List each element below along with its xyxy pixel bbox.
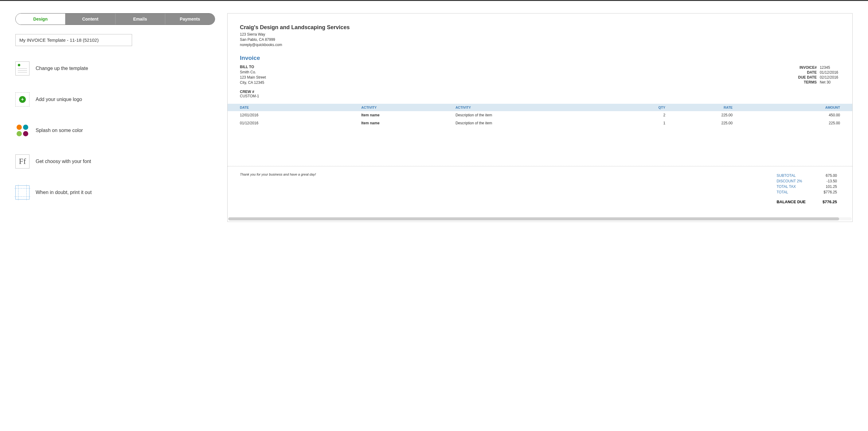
print-layout-icon (16, 186, 30, 200)
meta-value: 02/12/2016 (818, 75, 839, 79)
discount-label: DISCOUNT 2% (774, 179, 808, 184)
meta-label: DUE DATE (797, 75, 818, 79)
company-email: noreply@quickbooks.com (240, 42, 840, 47)
cell-date: 01/12/2016 (227, 119, 358, 127)
cell-rate: 225.00 (669, 119, 736, 127)
cell-desc: Description of the item (453, 111, 618, 119)
col-activity: ACTIVITY (453, 104, 618, 111)
meta-value: 01/12/2016 (818, 70, 839, 75)
option-change-template[interactable]: Change up the template (16, 61, 215, 75)
table-row: 12/01/2016 Item name Description of the … (227, 111, 852, 119)
col-date: DATE (227, 104, 358, 111)
col-qty: QTY (618, 104, 669, 111)
option-label: Add your unique logo (36, 97, 82, 102)
col-activity: ACTIVITY (358, 104, 453, 111)
tax-label: TOTAL TAX (774, 184, 808, 189)
table-row: 01/12/2016 Item name Description of the … (227, 119, 852, 127)
option-label: Splash on some color (36, 128, 83, 133)
cell-item: Item name (358, 111, 453, 119)
balance-label: BALANCE DUE (774, 195, 808, 204)
meta-label: DATE (797, 70, 818, 75)
bill-to-block: BILL TO Smith Co. 123 Main Street City, … (240, 64, 266, 85)
company-addr-line: 123 Sierra Way (240, 32, 840, 37)
option-font[interactable]: Ff Get choosy with your font (16, 155, 215, 169)
company-address: 123 Sierra Way San Pablo, CA 87999 norep… (240, 32, 840, 47)
bill-to-name: Smith Co. (240, 70, 266, 75)
meta-value: Net 30 (818, 80, 839, 85)
invoice-preview: Craig's Design and Landscaping Services … (227, 13, 852, 222)
meta-label: TERMS (797, 80, 818, 85)
tab-design[interactable]: Design (16, 13, 65, 25)
crew-value: CUSTOM-1 (240, 94, 840, 98)
option-add-logo[interactable]: + Add your unique logo (16, 92, 215, 106)
col-rate: RATE (669, 104, 736, 111)
total-value: $776.25 (809, 190, 839, 195)
company-addr-line: San Pablo, CA 87999 (240, 37, 840, 42)
bill-to-addr: City, CA 12345 (240, 80, 266, 85)
color-palette-icon (16, 123, 30, 137)
font-icon: Ff (16, 155, 30, 169)
company-name: Craig's Design and Landscaping Services (240, 24, 840, 31)
subtotal-label: SUBTOTAL (774, 173, 808, 178)
thank-you-message: Thank you for your business and have a g… (240, 172, 316, 205)
crew-label: CREW # (240, 90, 840, 94)
meta-label: INVOICE# (797, 65, 818, 69)
plus-icon: + (19, 96, 26, 103)
bill-to-addr: 123 Main Street (240, 75, 266, 80)
tab-content[interactable]: Content (65, 13, 115, 25)
discount-value: -13.50 (809, 179, 839, 184)
subtotal-value: 675.00 (809, 173, 839, 178)
option-print[interactable]: When in doubt, print it out (16, 186, 215, 200)
cell-rate: 225.00 (669, 111, 736, 119)
template-icon (16, 61, 30, 75)
invoice-meta: INVOICE#12345 DATE01/12/2016 DUE DATE02/… (796, 64, 840, 85)
tab-emails[interactable]: Emails (116, 13, 165, 25)
tabs-bar: Design Content Emails Payments (16, 13, 215, 25)
horizontal-scrollbar[interactable] (228, 217, 852, 221)
option-label: When in doubt, print it out (36, 190, 92, 195)
add-logo-icon: + (16, 92, 30, 106)
option-label: Get choosy with your font (36, 159, 91, 164)
tab-payments[interactable]: Payments (165, 13, 215, 25)
template-name-input[interactable] (16, 34, 132, 46)
items-table: DATE ACTIVITY ACTIVITY QTY RATE AMOUNT 1… (227, 104, 852, 127)
cell-item: Item name (358, 119, 453, 127)
cell-date: 12/01/2016 (227, 111, 358, 119)
crew-block: CREW # CUSTOM-1 (240, 90, 840, 98)
option-color[interactable]: Splash on some color (16, 123, 215, 137)
cell-amount: 450.00 (736, 111, 852, 119)
meta-value: 12345 (818, 65, 839, 69)
col-amount: AMOUNT (736, 104, 852, 111)
cell-desc: Description of the item (453, 119, 618, 127)
bill-to-label: BILL TO (240, 64, 266, 70)
cell-amount: 225.00 (736, 119, 852, 127)
invoice-title: Invoice (240, 55, 840, 61)
balance-value: $776.25 (809, 195, 839, 204)
option-label: Change up the template (36, 66, 88, 71)
tax-value: 101.25 (809, 184, 839, 189)
cell-qty: 1 (618, 119, 669, 127)
totals-block: SUBTOTAL675.00 DISCOUNT 2%-13.50 TOTAL T… (773, 172, 840, 205)
cell-qty: 2 (618, 111, 669, 119)
total-label: TOTAL (774, 190, 808, 195)
